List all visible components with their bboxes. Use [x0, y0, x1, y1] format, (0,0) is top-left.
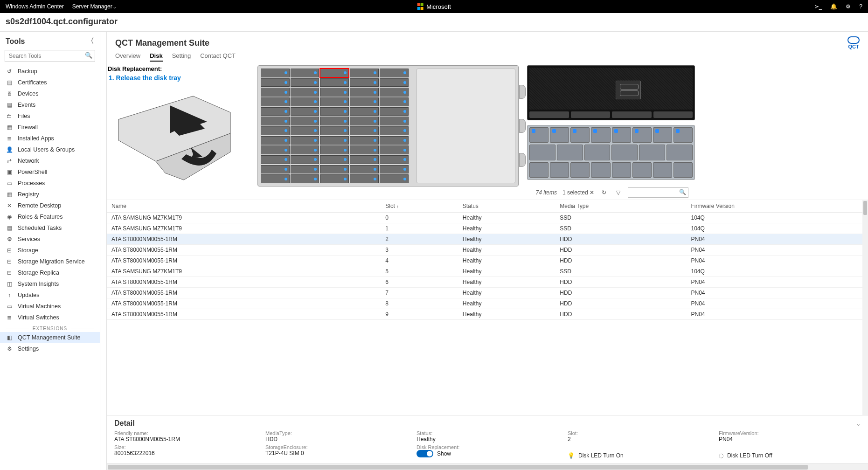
drive-bay[interactable] [380, 117, 409, 125]
drive-bay[interactable] [380, 88, 409, 97]
drive-bay[interactable] [261, 126, 290, 135]
sidebar-item-qct-management-suite[interactable]: ◧QCT Management Suite [0, 332, 100, 343]
sidebar-item-certificates[interactable]: ▤Certificates [0, 77, 100, 88]
sidebar-item-storage[interactable]: ⊟Storage [0, 245, 100, 256]
drive-bay[interactable] [320, 145, 349, 154]
server-rear-view[interactable] [527, 125, 695, 180]
drive-bay[interactable] [291, 136, 319, 145]
drive-bay[interactable] [380, 69, 409, 77]
drive-bay[interactable] [380, 155, 409, 164]
drive-bay[interactable] [350, 155, 379, 164]
drive-bay[interactable] [380, 97, 409, 106]
drive-bay[interactable] [291, 97, 319, 106]
clear-selection-icon[interactable]: ✕ [590, 189, 594, 196]
sidebar-item-processes[interactable]: ▭Processes [0, 178, 100, 189]
drive-bay[interactable] [320, 69, 349, 77]
tab-setting[interactable]: Setting [172, 52, 191, 62]
notifications-icon[interactable]: 🔔 [830, 3, 837, 10]
search-icon[interactable]: 🔍 [85, 52, 92, 59]
table-row[interactable]: ATA ST8000NM0055-1RM8HealthyHDDPN04 [107, 298, 868, 309]
drive-bay[interactable] [261, 165, 290, 174]
sidebar-item-scheduled-tasks[interactable]: ▤Scheduled Tasks [0, 222, 100, 234]
table-row[interactable]: ATA ST8000NM0055-1RM3HealthyHDDPN04 [107, 245, 868, 256]
sidebar-item-files[interactable]: 🗀Files [0, 111, 100, 122]
drive-bay[interactable] [350, 145, 379, 154]
drive-bay[interactable] [320, 78, 349, 87]
drive-bay[interactable] [291, 69, 319, 77]
sidebar-item-system-insights[interactable]: ◫System Insights [0, 278, 100, 290]
drive-bay[interactable] [320, 126, 349, 135]
drive-bay[interactable] [261, 69, 290, 77]
table-row[interactable]: ATA ST8000NM0055-1RM9HealthyHDDPN04 [107, 309, 868, 320]
drive-bay[interactable] [320, 174, 349, 183]
drive-bay[interactable] [291, 78, 319, 87]
drive-bay[interactable] [261, 78, 290, 87]
drive-bay[interactable] [291, 145, 319, 154]
drive-bay[interactable] [261, 97, 290, 106]
sidebar-item-settings[interactable]: ⚙Settings [0, 343, 100, 354]
help-icon[interactable]: ? [859, 3, 862, 10]
disk-led-off-button[interactable]: ◌Disk LED Turn Off [719, 452, 861, 459]
drive-bay[interactable] [320, 97, 349, 106]
horizontal-scrollbar[interactable] [107, 463, 868, 470]
column-header-name[interactable]: Name [107, 200, 381, 213]
sidebar-item-storage-migration-service[interactable]: ⊟Storage Migration Service [0, 256, 100, 267]
drive-bay[interactable] [291, 165, 319, 174]
drive-bay[interactable] [380, 126, 409, 135]
table-row[interactable]: ATA SAMSUNG MZ7KM1T95HealthySSD104Q [107, 266, 868, 277]
drive-bay[interactable] [291, 126, 319, 135]
drive-bay[interactable] [350, 88, 379, 97]
sidebar-item-virtual-switches[interactable]: ≣Virtual Switches [0, 312, 100, 323]
sidebar-item-installed-apps[interactable]: ≣Installed Apps [0, 133, 100, 144]
drive-bay[interactable] [320, 88, 349, 97]
drive-bay[interactable] [350, 97, 379, 106]
sidebar-item-updates[interactable]: ↑Updates [0, 290, 100, 301]
table-row[interactable]: ATA SAMSUNG MZ7KM1T90HealthySSD104Q [107, 213, 868, 223]
settings-gear-icon[interactable]: ⚙ [846, 3, 851, 10]
tab-contact-qct[interactable]: Contact QCT [200, 52, 236, 62]
drive-bay[interactable] [380, 78, 409, 87]
toggle-switch-icon[interactable] [417, 450, 433, 457]
search-icon[interactable]: 🔍 [679, 189, 686, 195]
sidebar-item-virtual-machines[interactable]: ▭Virtual Machines [0, 301, 100, 312]
drive-bay[interactable] [350, 107, 379, 116]
product-name[interactable]: Windows Admin Center [6, 3, 64, 10]
column-header-firmware-version[interactable]: Firmware Version [686, 200, 868, 213]
tab-disk[interactable]: Disk [150, 52, 162, 62]
drive-bay[interactable] [261, 174, 290, 183]
drive-bay[interactable] [261, 107, 290, 116]
table-row[interactable]: ATA ST8000NM0055-1RM7HealthyHDDPN04 [107, 288, 868, 298]
drive-bay[interactable] [320, 165, 349, 174]
sidebar-item-network[interactable]: ⇄Network [0, 155, 100, 166]
collapse-sidebar-icon[interactable]: 〈 [87, 36, 94, 46]
drive-bay[interactable] [320, 107, 349, 116]
drive-bay[interactable] [350, 174, 379, 183]
sidebar-item-local-users-groups[interactable]: 👤Local Users & Groups [0, 144, 100, 155]
sidebar-item-services[interactable]: ⚙Services [0, 234, 100, 245]
column-header-media-type[interactable]: Media Type [555, 200, 686, 213]
drive-bay[interactable] [380, 145, 409, 154]
drive-bay[interactable] [350, 117, 379, 125]
server-front-view[interactable] [527, 65, 695, 120]
drive-bay[interactable] [261, 136, 290, 145]
sidebar-item-powershell[interactable]: ▣PowerShell [0, 166, 100, 178]
drive-bay[interactable] [261, 117, 290, 125]
drive-bay[interactable] [291, 117, 319, 125]
sidebar-item-events[interactable]: ▤Events [0, 99, 100, 111]
console-icon[interactable]: ≻_ [814, 3, 822, 10]
drive-bay[interactable] [380, 136, 409, 145]
refresh-icon[interactable]: ↻ [600, 188, 608, 197]
drive-bay[interactable] [350, 165, 379, 174]
drive-bay[interactable] [380, 107, 409, 116]
table-row[interactable]: ATA ST8000NM0055-1RM2HealthyHDDPN04 [107, 234, 868, 245]
drive-bay[interactable] [320, 136, 349, 145]
drive-bay[interactable] [291, 155, 319, 164]
drive-bay[interactable] [380, 174, 409, 183]
collapse-detail-icon[interactable]: ⌵ [857, 420, 861, 427]
disk-replacement-toggle[interactable]: Show [417, 450, 451, 457]
drive-bay[interactable] [320, 117, 349, 125]
drive-bay[interactable] [261, 155, 290, 164]
search-tools-input[interactable] [5, 50, 95, 62]
drive-bay[interactable] [320, 155, 349, 164]
drive-bay[interactable] [350, 78, 379, 87]
